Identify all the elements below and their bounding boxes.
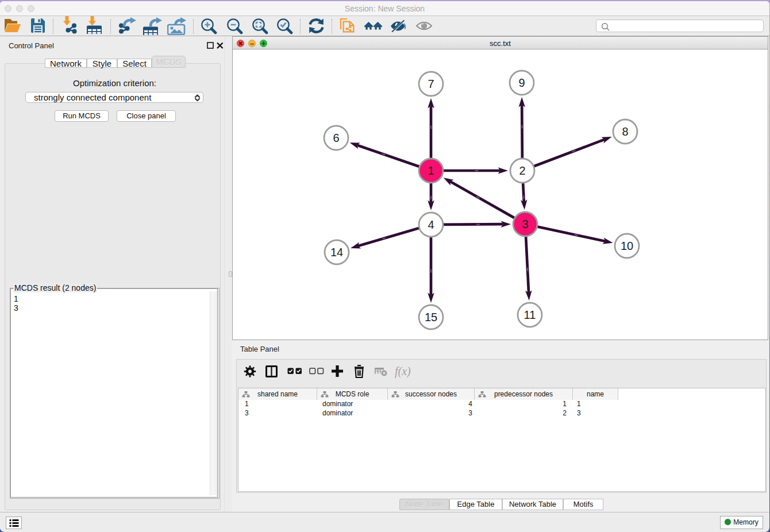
svg-text:1: 1 [428,164,434,177]
svg-text:4: 4 [428,218,434,231]
svg-text:9: 9 [518,76,525,89]
svg-text:8: 8 [622,125,628,138]
svg-text:14: 14 [330,246,343,259]
svg-text:10: 10 [621,240,633,252]
svg-text:6: 6 [333,132,339,144]
svg-text:3: 3 [522,218,528,230]
svg-text:2: 2 [519,164,525,177]
svg-text:11: 11 [524,309,536,321]
svg-text:15: 15 [425,311,437,323]
svg-text:7: 7 [428,78,434,90]
